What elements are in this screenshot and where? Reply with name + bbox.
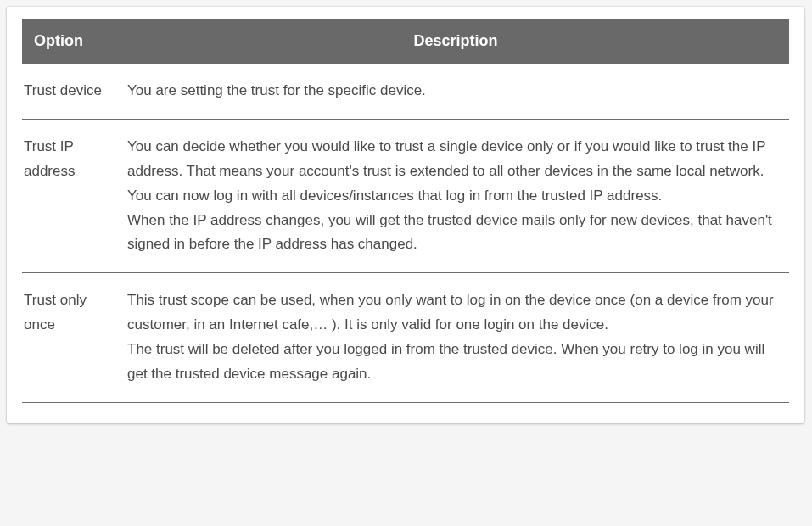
table-row: Trust IP address You can decide whether … [22, 119, 789, 272]
table-row: Trust only once This trust scope can be … [22, 273, 789, 403]
table-row: Trust device You are setting the trust f… [22, 64, 789, 119]
content-card: Option Description Trust device You are … [7, 7, 804, 423]
description-cell: You are setting the trust for the specif… [122, 64, 789, 119]
header-description: Description [122, 19, 789, 64]
option-cell: Trust device [22, 64, 122, 119]
option-cell: Trust only once [22, 273, 122, 403]
header-option: Option [22, 19, 122, 64]
description-cell: This trust scope can be used, when you o… [122, 273, 789, 403]
options-table: Option Description Trust device You are … [22, 19, 789, 403]
option-cell: Trust IP address [22, 119, 122, 272]
description-cell: You can decide whether you would like to… [122, 119, 789, 272]
table-header-row: Option Description [22, 19, 789, 64]
